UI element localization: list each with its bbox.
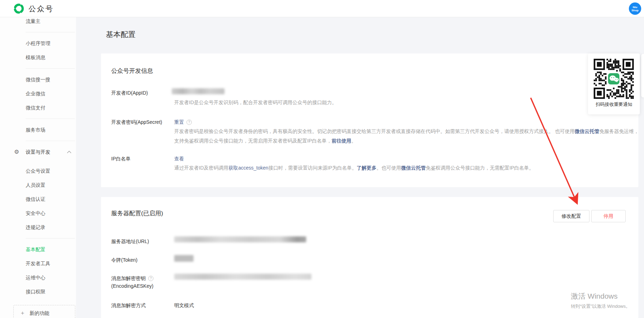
top-header: 公众号 Niu Shop	[0, 0, 644, 17]
sidebar-divider	[26, 68, 75, 69]
appsecret-description: 开发者密码是校验公众号开发者身份的密码，具有极高的安全性。切记勿把密码直接交给第…	[174, 127, 639, 146]
sidebar-item-staff-settings[interactable]: 人员设置	[0, 178, 76, 192]
watermark-line1: 激活 Windows	[571, 291, 630, 301]
new-feature-label: 新的功能	[30, 309, 49, 317]
ip-desc-part3: 。也可使用	[377, 165, 401, 171]
appid-description-text: 开发者ID是公众号开发识别码，配合开发者密码可调用公众号的接口能力。	[174, 98, 639, 107]
appid-value-redacted	[172, 88, 225, 94]
sidebar-item-new-feature[interactable]: ＋ 新的功能	[13, 305, 75, 318]
badge-text-line1: Niu	[633, 6, 637, 9]
token-value-redacted	[174, 255, 194, 262]
access-token-link[interactable]: 获取access_token	[228, 165, 269, 171]
server-url-value-redacted	[174, 236, 306, 242]
sidebar-item-work-wechat[interactable]: 企业微信	[0, 87, 76, 101]
ip-whitelist-actions: 查看	[174, 155, 184, 163]
gear-icon: ⚙	[14, 145, 19, 159]
appid-label: 开发者ID(AppID)	[111, 89, 164, 97]
sidebar-divider	[26, 238, 75, 238]
help-icon[interactable]: ?	[148, 276, 153, 281]
ip-desc-part1: 通过开发者ID及密码调用	[174, 165, 228, 171]
sidebar-settings-children: 公众号设置 人员设置 微信认证 安全中心 违规记录 基本配置 开发者工具 运维中…	[0, 164, 76, 299]
appsecret-actions: 重置?	[174, 118, 192, 126]
logo-text: 公众号	[29, 4, 54, 14]
aeskey-label-line2: (EncodingAESKey)	[111, 283, 153, 289]
wechat-icon	[608, 73, 619, 84]
brand-logo: 公众号	[13, 3, 54, 14]
windows-activation-watermark: 激活 Windows 转到“设置”以激活 Windows。	[571, 291, 630, 310]
sidebar-divider	[26, 32, 75, 32]
goto-use-link[interactable]: 前往使用	[332, 138, 351, 144]
ip-desc-part2: 接口时，需要设置访问来源IP为白名单。	[269, 165, 357, 171]
server-config-card: 服务器配置(已启用) 修改配置 停用 服务器地址(URL) 令牌(Token) …	[101, 197, 638, 318]
sidebar-item-ops-center[interactable]: 运维中心	[0, 271, 76, 285]
encrypt-mode-label: 消息加解密方式	[111, 301, 164, 309]
learn-more-link[interactable]: 了解更多	[357, 165, 377, 171]
sidebar-item-service-market[interactable]: 服务市场	[0, 123, 76, 137]
sidebar-item-template-message[interactable]: 模板消息	[0, 50, 76, 64]
sidebar-divider	[26, 119, 75, 119]
sidebar-item-miniprogram[interactable]: 小程序管理	[0, 36, 76, 50]
aeskey-label: 消息加解密密钥? (EncodingAESKey)	[111, 274, 164, 290]
cloud-hosting-link-2[interactable]: 微信云托管	[401, 165, 426, 171]
token-label: 令牌(Token)	[111, 256, 164, 264]
sidebar-item-wechat-verification[interactable]: 微信认证	[0, 192, 76, 206]
appsecret-desc-part3: 。	[351, 138, 356, 144]
sidebar-item-api-permission[interactable]: 接口权限	[0, 285, 76, 299]
sidebar: 流量主 小程序管理 模板消息 微信搜一搜 企业微信 微信支付 服务市场 ⚙ 设置…	[0, 17, 76, 318]
sidebar-section-label: 设置与开发	[26, 149, 50, 155]
qr-code	[594, 59, 634, 99]
sidebar-item-violation-records[interactable]: 违规记录	[0, 220, 76, 234]
disable-button[interactable]: 停用	[591, 210, 626, 222]
appsecret-label: 开发者密码(AppSecret)	[111, 118, 164, 126]
sidebar-item-dev-tools[interactable]: 开发者工具	[0, 256, 76, 271]
sidebar-item-basic-config[interactable]: 基本配置	[0, 242, 76, 256]
aeskey-label-line1: 消息加解密密钥	[111, 275, 146, 281]
server-url-label: 服务器地址(URL)	[111, 237, 164, 245]
badge-text-line2: Shop	[632, 9, 639, 12]
view-link[interactable]: 查看	[174, 156, 184, 161]
watermark-line2: 转到“设置”以激活 Windows。	[571, 303, 630, 310]
sidebar-item-wechat-pay[interactable]: 微信支付	[0, 101, 76, 115]
qr-notification-panel: 扫码接收重要通知	[588, 53, 640, 114]
sidebar-divider	[26, 141, 75, 141]
chevron-up-icon[interactable]	[67, 151, 71, 153]
sidebar-item-wechat-search[interactable]: 微信搜一搜	[0, 72, 76, 87]
appsecret-desc-part1: 开发者密码是校验公众号开发者身份的密码，具有极高的安全性。切记勿把密码直接交给第…	[174, 128, 575, 134]
side-peek-panel[interactable]	[641, 54, 644, 97]
reset-link[interactable]: 重置	[174, 119, 184, 125]
wechat-official-logo-icon	[13, 3, 24, 14]
encrypt-mode-value: 明文模式	[174, 301, 194, 309]
account-avatar-badge[interactable]: Niu Shop	[629, 2, 641, 15]
plus-icon: ＋	[20, 309, 25, 317]
sidebar-item-security-center[interactable]: 安全中心	[0, 206, 76, 220]
aeskey-value-redacted	[174, 274, 311, 280]
modify-config-button[interactable]: 修改配置	[553, 210, 589, 222]
dev-info-title: 公众号开发信息	[111, 67, 153, 75]
ip-desc-part4: 免鉴权调用公众号接口能力，无需配置IP白名单。	[426, 165, 534, 171]
help-icon[interactable]: ?	[187, 120, 192, 125]
ip-whitelist-description: 通过开发者ID及密码调用获取access_token接口时，需要设置访问来源IP…	[174, 163, 639, 173]
ip-whitelist-label: IP白名单	[111, 155, 164, 163]
dev-info-card: 公众号开发信息 开发者ID(AppID) 开发者ID是公众号开发识别码，配合开发…	[101, 53, 638, 187]
cloud-hosting-link[interactable]: 微信云托管	[575, 128, 599, 134]
page-title: 基本配置	[106, 30, 135, 39]
sidebar-item-traffic[interactable]: 流量主	[0, 17, 76, 28]
sidebar-section-settings-dev[interactable]: ⚙ 设置与开发	[0, 145, 76, 159]
server-config-title: 服务器配置(已启用)	[111, 209, 163, 217]
sidebar-item-account-settings[interactable]: 公众号设置	[0, 164, 76, 178]
qr-caption: 扫码接收重要通知	[588, 101, 640, 108]
